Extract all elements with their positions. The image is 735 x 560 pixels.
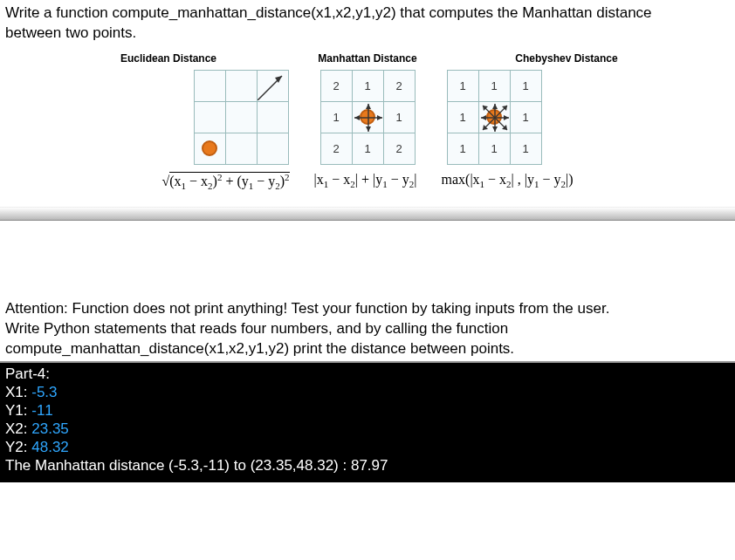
prompt-line2: between two points. [5, 24, 136, 41]
svg-marker-17 [504, 115, 509, 120]
svg-marker-11 [492, 104, 498, 109]
formula-manhattan: |x1 − x2| + |y1 − y2| [314, 172, 417, 192]
cell: 1 [478, 70, 510, 101]
svg-marker-3 [366, 104, 371, 109]
terminal-output: Part-4: X1: -5.3 Y1: -11 X2: 23.35 Y2: 4… [0, 361, 735, 482]
cell: 1 [510, 133, 541, 164]
cell: 1 [352, 133, 383, 164]
y1-label: Y1: [5, 402, 31, 419]
instr-line: compute_manhattan_distance(x1,x2,y1,y2) … [5, 339, 730, 359]
cell: 1 [478, 133, 510, 164]
header-manhattan: Manhattan Distance [302, 52, 433, 65]
cell: 2 [383, 133, 415, 164]
svg-marker-5 [366, 126, 371, 132]
cell: 1 [447, 133, 478, 164]
x1-value: -5.3 [31, 384, 57, 400]
svg-marker-7 [354, 115, 360, 120]
x2-value: 23.35 [31, 420, 69, 437]
cell: 1 [352, 70, 383, 101]
y1-value: -11 [31, 402, 53, 419]
grid-chebyshev: 1 1 1 1 [447, 70, 542, 165]
svg-marker-15 [481, 115, 486, 120]
x2-label: X2: [5, 420, 31, 437]
cell: 1 [510, 70, 541, 101]
instr-line: Attention: Function does not print anyth… [5, 299, 730, 319]
distance-diagram: Euclidean Distance Manhattan Distance Ch… [5, 52, 730, 192]
center-dot [478, 101, 510, 133]
center-dot [352, 101, 383, 133]
cell: 1 [447, 101, 478, 133]
problem-prompt: Write a function compute_manhattan_dista… [5, 3, 730, 44]
cell: 1 [447, 70, 478, 101]
arrow-icon [257, 70, 288, 101]
y2-value: 48.32 [31, 439, 69, 455]
grid-manhattan: 2 1 2 1 1 [320, 70, 416, 165]
y2-label: Y2: [5, 439, 31, 455]
svg-marker-13 [492, 126, 498, 132]
header-chebyshev: Chebyshev Distance [501, 52, 632, 65]
formula-row: √(x1 − x2)2 + (y1 − y2)2 |x1 − x2| + |y1… [5, 172, 730, 192]
instr-line: Write Python statements that reads four … [5, 319, 730, 339]
x1-label: X1: [5, 384, 31, 400]
cell: 2 [320, 70, 352, 101]
cell: 2 [383, 70, 415, 101]
formula-chebyshev: max(|x1 − x2| , |y1 − y2|) [442, 172, 574, 192]
grid-euclidean [194, 70, 289, 165]
terminal-title: Part-4: [5, 365, 730, 383]
result-line: The Manhattan distance (-5.3,-11) to (23… [5, 457, 730, 475]
prompt-line1: Write a function compute_manhattan_dista… [5, 4, 652, 21]
header-euclidean: Euclidean Distance [103, 52, 234, 65]
cell: 2 [320, 133, 352, 164]
section-divider [0, 207, 735, 221]
svg-marker-9 [377, 115, 382, 120]
cell: 1 [383, 101, 415, 133]
cell: 1 [510, 101, 541, 133]
formula-euclidean: √(x1 − x2)2 + (y1 − y2)2 [161, 172, 289, 192]
instructions: Attention: Function does not print anyth… [0, 299, 735, 359]
cell: 1 [320, 101, 352, 133]
origin-dot [194, 133, 225, 164]
